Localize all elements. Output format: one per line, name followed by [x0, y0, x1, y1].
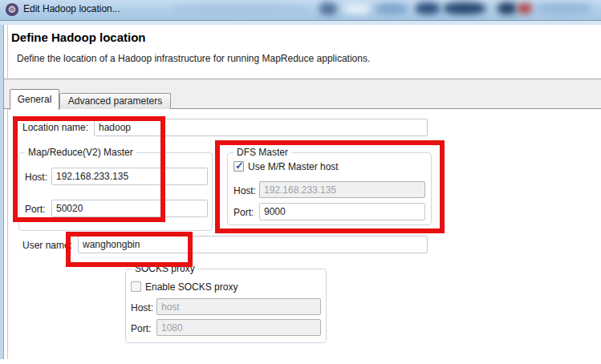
edit-hadoop-location-dialog: ⚙ Edit Hadoop location... Define Hadoop … [0, 0, 601, 364]
background-blur [416, 2, 440, 14]
socks-proxy-group-title: SOCKS proxy [132, 263, 198, 274]
background-blur [343, 4, 371, 14]
tab-general[interactable]: General [10, 89, 59, 110]
socks-host-label: Host: [131, 302, 153, 313]
socks-port-label: Port: [131, 323, 151, 334]
window-frame-strip [0, 21, 601, 25]
background-blur [319, 2, 337, 15]
mr-port-label: Port: [25, 204, 45, 215]
mr-port-input[interactable] [51, 200, 208, 217]
mr-master-group [18, 152, 213, 231]
mr-host-label: Host: [25, 172, 47, 183]
user-name-label: User name: [22, 240, 72, 251]
window-title: Edit Hadoop location... [23, 3, 120, 14]
page-description: Define the location of a Hadoop infrastr… [17, 53, 370, 64]
background-blur [173, 5, 309, 16]
gear-icon: ⚙ [6, 3, 18, 16]
dialog-left-border [7, 25, 8, 359]
background-blur [497, 2, 517, 14]
enable-socks-proxy-checkbox[interactable] [131, 281, 141, 292]
background-blur [444, 2, 485, 14]
tab-advanced-parameters[interactable]: Advanced parameters [59, 93, 171, 109]
page-title: Define Hadoop location [11, 30, 146, 44]
dfs-port-input[interactable] [259, 203, 425, 220]
background-blur [536, 3, 592, 14]
background-blur [518, 3, 532, 14]
socks-host-input [156, 298, 321, 315]
dfs-port-label: Port: [233, 207, 254, 218]
dfs-host-input [259, 181, 425, 198]
window-frame-left [0, 25, 4, 359]
enable-socks-proxy-label: Enable SOCKS proxy [145, 281, 238, 293]
dfs-master-group-title: DFS Master [233, 147, 291, 158]
socks-port-input [156, 319, 321, 336]
location-name-label: Location name: [22, 122, 88, 133]
use-mr-master-host-checkbox[interactable] [233, 161, 244, 172]
location-name-input[interactable] [94, 119, 428, 136]
user-name-input[interactable] [78, 236, 428, 253]
title-bar: ⚙ Edit Hadoop location... [0, 0, 601, 21]
use-mr-master-host-label: Use M/R Master host [248, 161, 339, 172]
mr-host-input[interactable] [51, 168, 208, 185]
mr-master-group-title: Map/Reduce(V2) Master [25, 147, 136, 158]
background-blur [376, 3, 408, 14]
dfs-host-label: Host: [233, 185, 256, 196]
